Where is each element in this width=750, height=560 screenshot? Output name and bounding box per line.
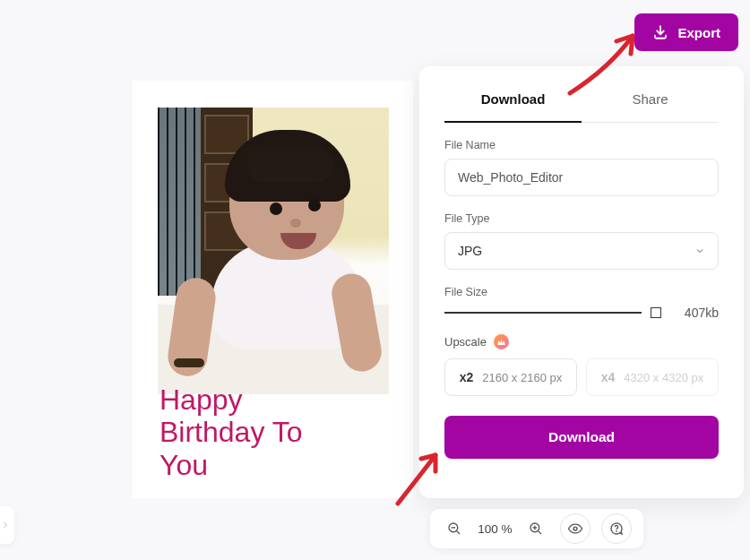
- zoom-toolbar: 100 %: [430, 509, 643, 548]
- chevron-down-icon: [694, 246, 705, 256]
- premium-icon: [494, 334, 509, 349]
- zoom-out-icon: [446, 521, 462, 537]
- upscale-label: Upscale: [444, 335, 487, 349]
- export-label: Export: [677, 25, 720, 40]
- help-icon: [608, 521, 625, 537]
- file-size-slider[interactable]: [444, 312, 642, 314]
- zoom-in-icon: [528, 521, 544, 537]
- canvas-image: [158, 108, 389, 394]
- file-size-value: 407kb: [672, 306, 719, 320]
- slider-handle[interactable]: [651, 307, 661, 318]
- file-name-input[interactable]: [444, 159, 719, 196]
- upscale-option-x2[interactable]: x2 2160 x 2160 px: [444, 358, 577, 396]
- export-button[interactable]: Export: [634, 13, 738, 51]
- preview-button[interactable]: [560, 513, 591, 544]
- canvas-artboard[interactable]: Happy Birthday To You: [133, 81, 413, 498]
- file-name-label: File Name: [444, 139, 719, 151]
- expand-sidebar-tab[interactable]: [0, 506, 14, 544]
- svg-point-3: [616, 530, 617, 531]
- zoom-out-button[interactable]: [442, 516, 467, 541]
- file-type-label: File Type: [444, 212, 719, 225]
- download-icon: [652, 24, 668, 40]
- tab-download[interactable]: Download: [444, 79, 582, 123]
- file-type-select[interactable]: JPG: [444, 232, 719, 270]
- greeting-text[interactable]: Happy Birthday To You: [159, 383, 303, 482]
- export-panel: Download Share File Name File Type JPG F…: [419, 66, 744, 498]
- svg-point-2: [573, 527, 577, 530]
- tab-share[interactable]: Share: [582, 79, 719, 122]
- help-button[interactable]: [601, 513, 632, 544]
- chevron-right-icon: [0, 520, 11, 530]
- file-size-label: File Size: [444, 286, 719, 298]
- eye-icon: [567, 521, 583, 537]
- file-type-value: JPG: [458, 244, 482, 258]
- zoom-in-button[interactable]: [523, 516, 548, 541]
- upscale-option-x4[interactable]: x4 4320 x 4320 px: [586, 358, 719, 396]
- tabs: Download Share: [444, 79, 719, 123]
- download-button[interactable]: Download: [444, 416, 719, 459]
- zoom-value[interactable]: 100 %: [478, 522, 512, 536]
